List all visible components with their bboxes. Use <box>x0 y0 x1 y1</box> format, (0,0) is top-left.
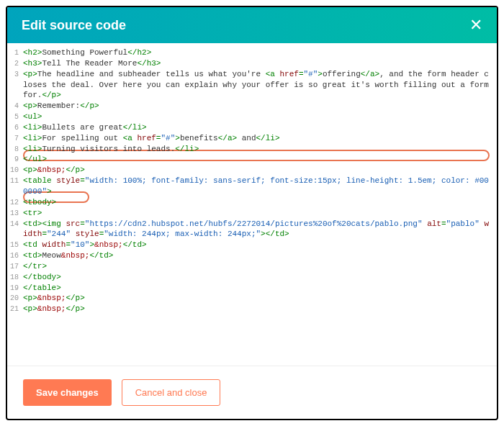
code-text[interactable]: </table> <box>23 283 497 294</box>
code-line[interactable]: 7<li>For spelling out <a href="#">benefi… <box>7 133 497 144</box>
save-button[interactable]: Save changes <box>23 379 112 406</box>
line-number: 5 <box>7 112 23 122</box>
line-number: 2 <box>7 58 23 69</box>
line-number: 14 <box>7 219 23 230</box>
code-line[interactable]: 6<li>Bullets are great</li> <box>7 122 497 133</box>
code-line[interactable]: 12<tbody> <box>7 197 497 208</box>
line-number: 18 <box>7 272 23 283</box>
code-text[interactable]: <table style="width: 100%; font-family: … <box>23 176 497 197</box>
code-text[interactable]: </tr> <box>23 261 497 272</box>
code-text[interactable]: <h2>Something Powerful</h2> <box>23 47 497 58</box>
code-text[interactable]: <li>Bullets are great</li> <box>23 122 497 133</box>
code-text[interactable]: <h3>Tell The Reader More</h3> <box>23 58 497 69</box>
code-line[interactable]: 10<p>&nbsp;</p> <box>7 165 497 176</box>
code-text[interactable]: <p>Remember:</p> <box>23 101 497 112</box>
code-line[interactable]: 19</table> <box>7 283 497 294</box>
line-number: 13 <box>7 208 23 219</box>
line-number: 10 <box>7 165 23 176</box>
code-text[interactable]: <p>&nbsp;</p> <box>23 293 497 304</box>
code-line[interactable]: 13<tr> <box>7 208 497 219</box>
dialog-title: Edit source code <box>22 18 126 33</box>
edit-source-dialog: Edit source code ✕ 1<h2>Something Powerf… <box>6 6 498 420</box>
code-line[interactable]: 4<p>Remember:</p> <box>7 101 497 112</box>
code-line[interactable]: 20<p>&nbsp;</p> <box>7 293 497 304</box>
code-text[interactable]: <td>Meow&nbsp;</td> <box>23 250 497 261</box>
cancel-button[interactable]: Cancel and close <box>122 379 221 406</box>
code-line[interactable]: 9</ul> <box>7 154 497 165</box>
code-line[interactable]: 8<li>Turning visitors into leads.</li> <box>7 144 497 155</box>
line-number: 1 <box>7 47 23 58</box>
close-icon[interactable]: ✕ <box>469 17 482 33</box>
line-number: 11 <box>7 176 23 186</box>
line-number: 6 <box>7 122 23 133</box>
line-number: 4 <box>7 101 23 112</box>
code-line[interactable]: 1<h2>Something Powerful</h2> <box>7 47 497 58</box>
code-line[interactable]: 5<ul> <box>7 112 497 122</box>
code-editor[interactable]: 1<h2>Something Powerful</h2>2<h3>Tell Th… <box>7 43 497 366</box>
code-line[interactable]: 11<table style="width: 100%; font-family… <box>7 176 497 197</box>
code-text[interactable]: <ul> <box>23 112 497 122</box>
line-number: 12 <box>7 197 23 208</box>
code-text[interactable]: <p>&nbsp;</p> <box>23 165 497 176</box>
line-number: 7 <box>7 133 23 144</box>
code-line[interactable]: 17</tr> <box>7 261 497 272</box>
code-line[interactable]: 16<td>Meow&nbsp;</td> <box>7 250 497 261</box>
line-number: 20 <box>7 293 23 304</box>
code-text[interactable]: <tr> <box>23 208 497 219</box>
code-line[interactable]: 3<p>The headline and subheader tells us … <box>7 69 497 101</box>
code-text[interactable]: <p>&nbsp;</p> <box>23 304 497 314</box>
line-number: 9 <box>7 154 23 165</box>
line-number: 8 <box>7 144 23 155</box>
code-line[interactable]: 2<h3>Tell The Reader More</h3> <box>7 58 497 69</box>
code-text[interactable]: <li>Turning visitors into leads.</li> <box>23 144 497 155</box>
code-line[interactable]: 14<td><img src="https://cdn2.hubspot.net… <box>7 219 497 240</box>
dialog-header: Edit source code ✕ <box>7 7 497 43</box>
line-number: 16 <box>7 250 23 261</box>
code-text[interactable]: <p>The headline and subheader tells us w… <box>23 69 497 101</box>
code-text[interactable]: </tbody> <box>23 272 497 283</box>
code-line[interactable]: 18</tbody> <box>7 272 497 283</box>
code-text[interactable]: </ul> <box>23 154 497 165</box>
line-number: 3 <box>7 69 23 80</box>
dialog-footer: Save changes Cancel and close <box>7 366 497 419</box>
code-line[interactable]: 21<p>&nbsp;</p> <box>7 304 497 314</box>
line-number: 19 <box>7 283 23 294</box>
line-number: 21 <box>7 304 23 314</box>
line-number: 15 <box>7 240 23 250</box>
code-text[interactable]: <tbody> <box>23 197 497 208</box>
code-line[interactable]: 15<td width="10">&nbsp;</td> <box>7 240 497 250</box>
code-text[interactable]: <td><img src="https://cdn2.hubspot.net/h… <box>23 219 497 240</box>
line-number: 17 <box>7 261 23 272</box>
code-text[interactable]: <td width="10">&nbsp;</td> <box>23 240 497 250</box>
code-text[interactable]: <li>For spelling out <a href="#">benefit… <box>23 133 497 144</box>
